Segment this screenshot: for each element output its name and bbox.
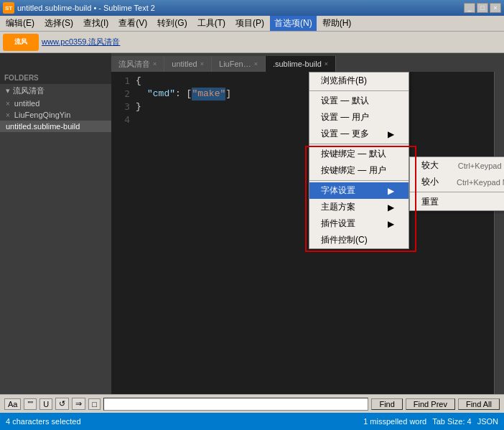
sidebar-close-untitled[interactable]: × — [6, 100, 10, 108]
menu-select[interactable]: 选择(S) — [40, 16, 78, 31]
sep-3 — [309, 180, 409, 181]
arrow-plugin-settings: ▶ — [388, 219, 394, 229]
window-controls[interactable]: _ □ × — [464, 3, 501, 13]
menu-theme[interactable]: 主题方案 ▶ — [309, 199, 409, 215]
btn-refresh[interactable]: ↺ — [55, 398, 69, 410]
sidebar-item-liufengqingyin[interactable]: ▾ 流风清音 — [0, 84, 111, 98]
menu-find[interactable]: 查找(I) — [79, 16, 113, 31]
toolbar: 流风 www.pc0359.流风清音 — [0, 32, 504, 53]
sep-1 — [309, 90, 409, 91]
menu-view[interactable]: 查看(V) — [114, 16, 151, 31]
line-num-2: 2 — [114, 88, 130, 101]
sidebar-tab-spacer — [0, 53, 111, 72]
btn-u[interactable]: U — [39, 398, 52, 410]
menu-goto[interactable]: 转到(G) — [153, 16, 191, 31]
tab-liufengqingyin[interactable]: 流风清音 × — [111, 56, 164, 72]
line-num-3: 3 — [114, 101, 130, 113]
tab-liufen[interactable]: LiuFen… × — [212, 56, 266, 72]
maximize-button[interactable]: □ — [477, 3, 488, 13]
sep-2 — [309, 144, 409, 144]
font-sep — [410, 192, 504, 192]
menu-settings-more[interactable]: 设置 — 更多 ▶ — [309, 126, 409, 142]
arrow-font: ▶ — [388, 186, 394, 196]
toolbar-logo: 流风 — [3, 34, 39, 51]
menu-preferences[interactable]: 首选项(N) — [270, 16, 317, 31]
close-button[interactable]: × — [490, 3, 501, 13]
font-larger[interactable]: 较大 Ctrl+Keypad P — [410, 157, 504, 174]
tab-close-liufen[interactable]: × — [254, 60, 258, 67]
editor-area: 1 2 3 4 { "cmd" : [ "make" ] } — [111, 72, 504, 394]
menu-keybind-default[interactable]: 按键绑定 — 默认 — [309, 146, 409, 162]
status-syntax: JSON — [477, 417, 498, 426]
title-bar-left: ST untitled.sublime-build • - Sublime Te… — [3, 2, 155, 14]
menu-font-settings[interactable]: 字体设置 ▶ — [309, 182, 409, 199]
sidebar-item-sublime-build[interactable]: untitled.sublime-build — [0, 121, 111, 132]
font-smaller-shortcut: Ctrl+Keypad M — [457, 178, 504, 187]
app-icon: ST — [3, 2, 14, 14]
font-reset[interactable]: 重置 — [410, 194, 504, 210]
tab-close-untitled[interactable]: × — [200, 60, 204, 67]
tab-untitled[interactable]: untitled × — [164, 56, 212, 72]
find-button[interactable]: Find — [371, 398, 402, 410]
minimize-button[interactable]: _ — [464, 3, 475, 13]
btn-arrow[interactable]: ⇒ — [72, 398, 85, 410]
preferences-dropdown: 浏览插件(B) 设置 — 默认 设置 — 用户 设置 — 更多 ▶ 按键绑定 —… — [309, 72, 409, 249]
status-spelling: 1 misspelled word — [363, 417, 426, 426]
status-bar: 4 characters selected 1 misspelled word … — [0, 413, 504, 430]
menu-plugin-settings[interactable]: 插件设置 ▶ — [309, 215, 409, 232]
find-all-button[interactable]: Find All — [458, 398, 500, 410]
font-smaller[interactable]: 较小 Ctrl+Keypad M — [410, 174, 504, 190]
menu-edit[interactable]: 编辑(E) — [1, 16, 39, 31]
sidebar: FOLDERS ▾ 流风清音 × untitled × LiuFengQingY… — [0, 72, 111, 394]
menu-settings-user[interactable]: 设置 — 用户 — [309, 109, 409, 126]
status-left: 4 characters selected — [6, 417, 81, 426]
btn-quotes[interactable]: "" — [24, 398, 37, 410]
menu-keybind-user[interactable]: 按键绑定 — 用户 — [309, 162, 409, 179]
btn-square[interactable]: □ — [88, 398, 101, 410]
menu-help[interactable]: 帮助(H) — [318, 16, 356, 31]
menu-project[interactable]: 项目(P) — [231, 16, 269, 31]
tab-close-liufengqingyin[interactable]: × — [153, 60, 157, 67]
status-tab-size: Tab Size: 4 — [432, 417, 471, 426]
sidebar-item-untitled[interactable]: × untitled — [0, 98, 111, 109]
title-bar: ST untitled.sublime-build • - Sublime Te… — [0, 0, 504, 16]
tab-close-sublime-build[interactable]: × — [325, 60, 328, 67]
menu-browse-plugins[interactable]: 浏览插件(B) — [309, 73, 409, 89]
line-num-4: 4 — [114, 113, 130, 126]
sidebar-header: FOLDERS — [0, 72, 111, 84]
line-numbers: 1 2 3 4 — [111, 72, 133, 394]
scroll-bar[interactable] — [494, 72, 504, 394]
bottom-toolbar: Aa "" U ↺ ⇒ □ Find Find Prev Find All — [0, 394, 504, 413]
find-input[interactable] — [103, 398, 369, 411]
arrow-settings-more: ▶ — [388, 129, 394, 139]
sidebar-item-liufengqingyin-file[interactable]: × LiuFengQingYin — [0, 109, 111, 121]
status-right: 1 misspelled word Tab Size: 4 JSON — [363, 417, 498, 426]
find-prev-button[interactable]: Find Prev — [406, 398, 455, 410]
font-submenu: 较大 Ctrl+Keypad P 较小 Ctrl+Keypad M 重置 — [409, 156, 504, 211]
tab-sublime-build[interactable]: .sublime-build × — [266, 56, 336, 72]
menu-bar: 编辑(E) 选择(S) 查找(I) 查看(V) 转到(G) 工具(T) 项目(P… — [0, 16, 504, 32]
tab-bar: 流风清音 × untitled × LiuFen… × .sublime-bui… — [0, 53, 504, 72]
main-area: FOLDERS ▾ 流风清音 × untitled × LiuFengQingY… — [0, 72, 504, 394]
sidebar-close-liufengqingyin[interactable]: × — [6, 111, 10, 119]
window-title: untitled.sublime-build • - Sublime Text … — [17, 4, 155, 12]
menu-plugin-control[interactable]: 插件控制(C) — [309, 232, 409, 248]
toolbar-website[interactable]: www.pc0359.流风清音 — [42, 37, 120, 47]
menu-tools[interactable]: 工具(T) — [193, 16, 230, 31]
btn-aa[interactable]: Aa — [4, 398, 21, 410]
font-larger-shortcut: Ctrl+Keypad P — [458, 162, 504, 170]
status-selection: 4 characters selected — [6, 417, 81, 426]
line-num-1: 1 — [114, 75, 130, 88]
menu-settings-default[interactable]: 设置 — 默认 — [309, 93, 409, 109]
arrow-theme: ▶ — [388, 202, 394, 212]
